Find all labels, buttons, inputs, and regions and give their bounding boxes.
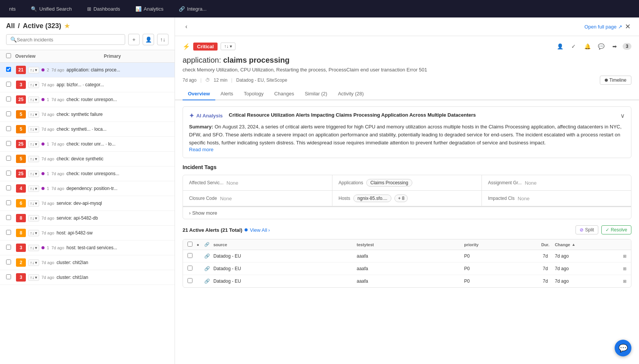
incident-row[interactable]: 8 ↑↓ ▾ 7d ago service: api-5482-db [0,211,175,226]
col-header-overview: Overview [15,54,104,59]
priority-control[interactable]: ↑↓ ▾ [28,67,39,73]
priority-control[interactable]: ↑↓ ▾ [28,260,39,266]
host-tag[interactable]: ngnix-85.sfo.... [353,195,392,202]
incident-checkbox[interactable] [6,126,11,131]
expand-icon[interactable]: ⊞ [623,254,626,259]
incident-checkbox[interactable] [6,185,11,190]
show-more-button[interactable]: › Show more [183,207,631,219]
priority-control[interactable]: ↑↓ ▾ [28,141,39,147]
nav-item-integrations[interactable]: 🔗 Integra... [176,5,210,13]
ai-collapse-button[interactable]: ∨ [620,112,625,119]
priority-control[interactable]: ↑↓ ▾ [28,97,39,103]
incident-checkbox[interactable] [6,230,11,235]
link-icon[interactable]: 🔗 [204,253,210,259]
priority-control[interactable]: ↑↓ ▾ [28,245,39,251]
alert-row[interactable]: 🔗 Datadog - EU aaafa P0 7d 7d ago ⊞ [183,250,631,263]
split-button[interactable]: ⊘ Split [575,225,598,234]
incident-row[interactable]: 3 ↑↓ ▾ 7d ago app: bizfor... · categor..… [0,78,175,92]
star-icon[interactable]: ★ [64,22,70,30]
incident-checkbox[interactable] [6,245,11,250]
expand-icon[interactable]: ⊞ [623,279,626,284]
acknowledge-button[interactable]: ✓ [568,41,579,52]
tab-topology[interactable]: Topology [238,88,269,100]
incident-row[interactable]: 2 ↑↓ ▾ 7d ago cluster: chit2lan [0,255,175,270]
add-incident-button[interactable]: + [128,34,140,45]
claims-processing-tag[interactable]: Claims Processing [366,179,412,187]
tags-row-2: Closure Code None Hosts ngnix-85.sfo....… [183,191,631,206]
open-full-page-link[interactable]: Open full page ↗ [584,24,622,30]
nav-item-nts[interactable]: nts [6,5,19,13]
alerts-select-all[interactable] [188,242,192,247]
incident-checkbox[interactable] [6,274,11,279]
incident-row[interactable]: 25 ↑↓ ▾ 1 7d ago check: router unr... · … [0,137,175,152]
alert-row[interactable]: 🔗 Datadog - EU aaafa P0 7d 7d ago ⊞ [183,263,631,275]
back-button[interactable]: ‹ [181,21,192,32]
timeline-button[interactable]: Timeline [600,76,631,85]
incident-row[interactable]: 4 ↑↓ ▾ 1 7d ago dependency: position-tr.… [0,181,175,196]
incident-checkbox[interactable] [6,215,11,220]
view-all-link[interactable]: View All › [250,227,270,233]
search-input[interactable] [17,37,121,43]
tab-alerts[interactable]: Alerts [215,88,238,100]
priority-control[interactable]: ↑↓ ▾ [28,171,39,177]
priority-control[interactable]: ↑↓ ▾ [28,111,39,118]
incident-row[interactable]: 21 ↑↓ ▾ 2 7d ago application: claims pro… [0,63,175,78]
incident-row[interactable]: 3 ↑↓ ▾ 1 7d ago host: test-card services… [0,241,175,255]
assign-button[interactable]: 👤 [143,34,154,45]
filter-button[interactable]: ↑↓ [157,34,168,45]
incident-checkbox[interactable] [6,260,11,264]
nav-item-analytics[interactable]: 📊 Analytics [132,5,167,13]
severity-badge: 8 [16,214,26,222]
incident-checkbox[interactable] [6,171,11,176]
incident-checkbox[interactable] [6,82,11,87]
expand-icon[interactable]: ⊞ [623,266,626,271]
incident-checkbox[interactable] [6,111,11,116]
filter-priority-button[interactable]: ↑↓ ▾ [221,43,235,50]
chat-bubble-button[interactable]: 💬 [615,340,631,356]
incident-checkbox[interactable] [6,97,11,101]
select-all-checkbox[interactable] [6,53,11,58]
priority-control[interactable]: ↑↓ ▾ [28,215,39,222]
priority-control[interactable]: ↑↓ ▾ [28,82,39,88]
tab-similar--2-[interactable]: Similar (2) [299,88,332,100]
incident-row[interactable]: 3 ↑↓ ▾ 7d ago cluster: chit1lan [0,270,175,285]
more-hosts-button[interactable]: + 8 [394,195,408,202]
nav-item-unified-search[interactable]: 🔍 Unified Search [28,5,75,13]
incident-row[interactable]: 25 ↑↓ ▾ 1 7d ago check: router unrespon.… [0,92,175,107]
col-change[interactable]: Change ▲ [555,242,626,247]
incident-row[interactable]: 5 ↑↓ ▾ 7d ago check: syntheti... · loca.… [0,122,175,137]
resolve-button[interactable]: ✓ Resolve [601,225,631,234]
incident-row[interactable]: 8 ↑↓ ▾ 7d ago host: api-5482-sw [0,226,175,241]
tab-overview[interactable]: Overview [183,88,215,100]
incident-row[interactable]: 5 ↑↓ ▾ 7d ago check: synthetic failure [0,107,175,122]
read-more-link[interactable]: Read more [189,147,213,152]
link-icon[interactable]: 🔗 [204,279,210,284]
notify-button[interactable]: 🔔 [582,41,593,52]
incident-row[interactable]: 6 ↑↓ ▾ 7d ago service: dev-api-mysql [0,196,175,211]
nav-item-dashboards[interactable]: ⊞ Dashboards [84,5,123,13]
alert-row[interactable]: 🔗 Datadog - EU aaafa P0 7d 7d ago ⊞ [183,275,631,287]
link-icon[interactable]: 🔗 [204,266,210,271]
priority-control[interactable]: ↑↓ ▾ [28,156,39,162]
incident-row[interactable]: 5 ↑↓ ▾ 7d ago check: device synthetic [0,152,175,166]
incident-checkbox[interactable] [6,141,11,146]
alert-checkbox[interactable] [188,266,192,271]
priority-control[interactable]: ↑↓ ▾ [28,230,39,236]
priority-control[interactable]: ↑↓ ▾ [28,126,39,133]
incident-primary: app: bizfor... · categor... [57,82,121,87]
share-button[interactable]: ➡ [609,41,620,52]
priority-control[interactable]: ↑↓ ▾ [28,185,39,192]
incident-checkbox[interactable] [6,67,11,72]
close-detail-button[interactable]: ✕ [622,21,633,32]
tab-activity--28-[interactable]: Activity (28) [332,88,369,100]
incident-checkbox[interactable] [6,200,11,205]
priority-control[interactable]: ↑↓ ▾ [28,200,39,207]
incident-row[interactable]: 25 ↑↓ ▾ 1 7d ago check: router unrespons… [0,166,175,181]
incident-checkbox[interactable] [6,156,11,161]
alert-checkbox[interactable] [188,253,192,258]
tab-changes[interactable]: Changes [269,88,299,100]
alert-checkbox[interactable] [188,278,192,283]
assign-user-button[interactable]: 👤 [554,41,566,52]
comment-button[interactable]: 💬 [595,41,607,52]
priority-control[interactable]: ↑↓ ▾ [28,274,39,281]
